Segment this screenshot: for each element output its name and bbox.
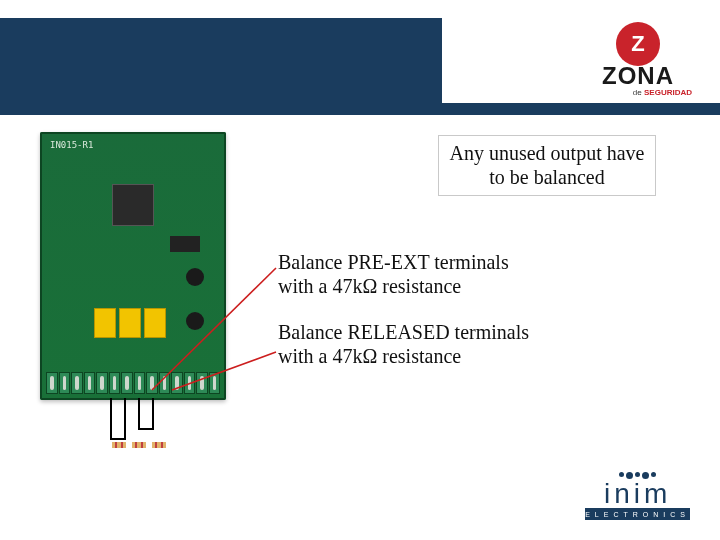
inim-brand-text: inim bbox=[585, 481, 690, 506]
callout-pre-ext: Balance PRE-EXT terminals with a 47kΩ re… bbox=[278, 250, 550, 299]
terminal-icon bbox=[146, 372, 158, 394]
terminal-icon bbox=[71, 372, 83, 394]
relay-bank bbox=[94, 308, 166, 338]
terminal-icon bbox=[171, 372, 183, 394]
pcb-silk-label: IN015-R1 bbox=[50, 140, 93, 150]
resistor-icon bbox=[132, 442, 146, 448]
relay-icon bbox=[144, 308, 166, 338]
relay-icon bbox=[119, 308, 141, 338]
callout-pre-ext-line1: Balance PRE-EXT terminals bbox=[278, 251, 509, 273]
terminal-icon bbox=[59, 372, 71, 394]
terminal-icon bbox=[196, 372, 208, 394]
zona-logo: Z ZONA de SEGURIDAD bbox=[584, 22, 692, 100]
terminal-icon bbox=[134, 372, 146, 394]
callout-released: Balance RELEASED terminals with a 47kΩ r… bbox=[278, 320, 538, 369]
inim-subtitle-bar: ELECTRONICS bbox=[585, 508, 690, 520]
header-strip bbox=[0, 103, 720, 115]
terminal-strip bbox=[46, 372, 220, 394]
callout-released-line1: Balance RELEASED terminals bbox=[278, 321, 529, 343]
resistor-icon bbox=[152, 442, 166, 448]
ic-icon bbox=[170, 236, 200, 252]
resistor-icon bbox=[112, 442, 126, 448]
inim-logo: inim ELECTRONICS bbox=[585, 472, 690, 520]
zona-brand-text: ZONA bbox=[584, 62, 692, 90]
terminal-icon bbox=[121, 372, 133, 394]
capacitor-icon bbox=[186, 268, 204, 286]
terminal-icon bbox=[184, 372, 196, 394]
header-band bbox=[0, 18, 442, 103]
pcb-board: IN015-R1 bbox=[40, 132, 226, 400]
relay-icon bbox=[94, 308, 116, 338]
inim-subtitle: ELECTRONICS bbox=[585, 511, 690, 518]
note-unused-output: Any unused output have to be balanced bbox=[438, 135, 656, 196]
terminal-icon bbox=[209, 372, 221, 394]
terminal-icon bbox=[159, 372, 171, 394]
terminal-icon bbox=[96, 372, 108, 394]
terminal-icon bbox=[84, 372, 96, 394]
callout-released-line2: with a 47kΩ resistance bbox=[278, 345, 461, 367]
zona-mark-icon: Z bbox=[616, 22, 660, 66]
terminal-icon bbox=[109, 372, 121, 394]
zona-tag-seg: SEGURIDAD bbox=[644, 88, 692, 97]
microcontroller-icon bbox=[112, 184, 154, 226]
terminal-icon bbox=[46, 372, 58, 394]
zona-tag-de: de bbox=[633, 88, 644, 97]
zona-tagline: de SEGURIDAD bbox=[584, 88, 692, 97]
callout-pre-ext-line2: with a 47kΩ resistance bbox=[278, 275, 461, 297]
capacitor-icon bbox=[186, 312, 204, 330]
